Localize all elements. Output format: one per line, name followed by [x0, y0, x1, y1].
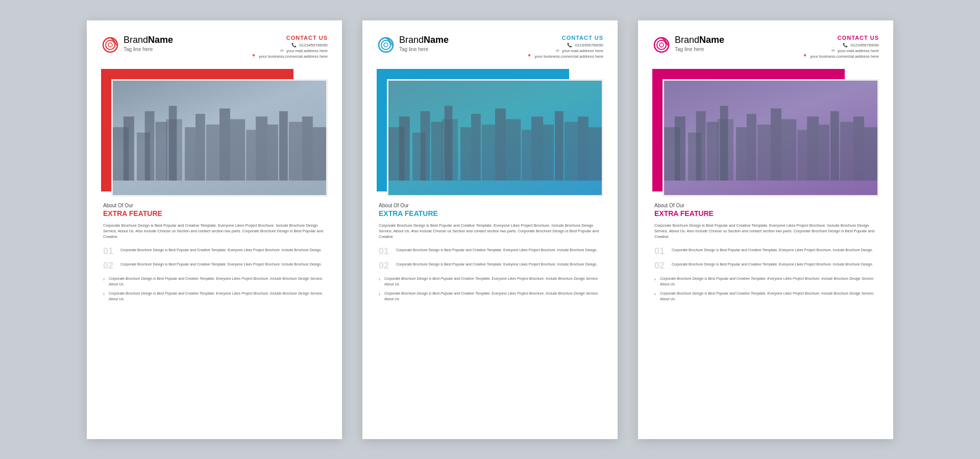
svg-rect-56 — [757, 124, 771, 180]
feature-text-2: Corporate Brochure Design is Best Popula… — [396, 261, 597, 268]
svg-point-24 — [384, 43, 388, 47]
city-image — [387, 79, 603, 197]
feature-item-1: 01 Corporate Brochure Design is Best Pop… — [379, 247, 601, 256]
chevron-icon-1: › — [379, 277, 380, 282]
feature-text-2: Corporate Brochure Design is Best Popula… — [120, 261, 322, 268]
feature-number-1: 01 — [103, 247, 115, 256]
section-label: About Of Our — [103, 203, 326, 208]
svg-rect-60 — [807, 116, 819, 180]
svg-rect-15 — [246, 130, 256, 180]
svg-rect-61 — [819, 124, 829, 180]
feature-number-2: 02 — [654, 261, 667, 270]
section-title: EXTRA FEATURE — [654, 209, 877, 218]
feature-text-1: Corporate Brochure Design is Best Popula… — [396, 247, 597, 253]
content-section: About Of Our EXTRA FEATURE Corporate Bro… — [377, 203, 603, 427]
contact-email: ✉ your.mail.address here — [802, 49, 879, 53]
bullet-item-1: › Corporate Brochure Design is Best Popu… — [103, 276, 326, 287]
bullet-item-2: › Corporate Brochure Design is Best Popu… — [379, 291, 601, 302]
bullet-text-1: Corporate Brochure Design is Best Popula… — [384, 276, 601, 287]
address-text: your business.comercial.address here — [259, 54, 328, 59]
section-title: EXTRA FEATURE — [103, 209, 326, 218]
bullet-list: › Corporate Brochure Design is Best Popu… — [654, 276, 877, 302]
svg-rect-16 — [256, 116, 267, 180]
feature-item-2: 02 Corporate Brochure Design is Best Pop… — [654, 261, 877, 270]
image-area — [101, 69, 328, 191]
svg-rect-62 — [830, 111, 839, 180]
section-title: EXTRA FEATURE — [379, 209, 601, 218]
svg-point-23 — [381, 40, 390, 50]
svg-rect-42 — [578, 116, 589, 180]
svg-rect-37 — [522, 130, 531, 180]
svg-rect-18 — [279, 111, 288, 180]
svg-rect-43 — [589, 127, 602, 181]
brand-text: BrandName Tag line here — [124, 35, 173, 52]
svg-rect-26 — [399, 116, 410, 180]
svg-rect-13 — [219, 108, 230, 180]
contact-phone: 📞 0123456789/90 — [802, 43, 879, 47]
svg-rect-14 — [230, 119, 245, 180]
svg-point-2 — [108, 43, 112, 47]
contact-phone: 📞 0123456789/90 — [527, 43, 603, 47]
svg-rect-58 — [781, 119, 796, 180]
svg-point-46 — [659, 43, 664, 47]
svg-rect-7 — [156, 122, 167, 180]
feature-text-1: Corporate Brochure Design is Best Popula… — [120, 247, 322, 253]
brand-name: BrandName — [124, 35, 173, 45]
svg-rect-48 — [675, 116, 685, 180]
svg-rect-9 — [166, 119, 182, 180]
phone-text: 0123456789/90 — [850, 43, 879, 47]
content-section: About Of Our EXTRA FEATURE Corporate Bro… — [652, 203, 879, 427]
email-icon: ✉ — [831, 49, 835, 53]
svg-rect-6 — [145, 111, 155, 180]
svg-rect-20 — [302, 116, 313, 180]
email-icon: ✉ — [280, 49, 284, 53]
svg-rect-35 — [495, 108, 506, 180]
contact-address: 📍 your business.comercial.address here — [527, 54, 603, 59]
svg-rect-29 — [431, 122, 443, 180]
location-icon: 📍 — [251, 54, 256, 59]
brand-name: BrandName — [675, 35, 724, 45]
contact-section: CONTACT US 📞 0123456789/90 ✉ your.mail.a… — [527, 35, 603, 60]
logo-icon — [101, 36, 119, 54]
contact-title: CONTACT US — [527, 35, 603, 41]
svg-rect-17 — [267, 124, 278, 180]
feature-list: 01 Corporate Brochure Design is Best Pop… — [654, 247, 877, 270]
svg-rect-63 — [840, 122, 853, 180]
contact-address: 📍 your business.comercial.address here — [251, 54, 328, 59]
contact-section: CONTACT US 📞 0123456789/90 ✉ your.mail.a… — [802, 35, 879, 60]
svg-rect-36 — [506, 119, 521, 180]
svg-rect-39 — [543, 124, 554, 180]
contact-title: CONTACT US — [802, 35, 879, 41]
contact-phone: 📞 0123456789/90 — [251, 43, 328, 47]
chevron-icon-1: › — [103, 277, 105, 282]
bullet-text-2: Corporate Brochure Design is Best Popula… — [384, 291, 601, 302]
svg-rect-32 — [460, 127, 471, 181]
svg-rect-41 — [565, 122, 578, 180]
bullet-list: › Corporate Brochure Design is Best Popu… — [379, 276, 601, 302]
chevron-icon-2: › — [379, 292, 380, 297]
brand-section: BrandName Tag line here — [101, 35, 173, 54]
contact-title: CONTACT US — [251, 35, 328, 41]
brochure-blue: BrandName Tag line here CONTACT US 📞 012… — [362, 20, 618, 439]
description-text: Corporate Brochure Design is Best Popula… — [379, 223, 601, 240]
feature-list: 01 Corporate Brochure Design is Best Pop… — [103, 247, 326, 270]
feature-number-1: 01 — [379, 247, 391, 256]
contact-email: ✉ your.mail.address here — [251, 49, 328, 53]
bullet-item-1: › Corporate Brochure Design is Best Popu… — [379, 276, 601, 287]
tagline: Tag line here — [675, 46, 724, 52]
bullet-item-2: › Corporate Brochure Design is Best Popu… — [103, 291, 326, 302]
feature-item-1: 01 Corporate Brochure Design is Best Pop… — [654, 247, 877, 256]
header: BrandName Tag line here CONTACT US 📞 012… — [652, 35, 879, 60]
address-text: your business.comercial.address here — [810, 54, 879, 59]
brochure-red: BrandName Tag line here CONTACT US 📞 012… — [87, 20, 342, 439]
feature-item-2: 02 Corporate Brochure Design is Best Pop… — [103, 261, 326, 270]
phone-text: 0123456789/90 — [299, 43, 328, 47]
description-text: Corporate Brochure Design is Best Popula… — [103, 223, 326, 240]
header: BrandName Tag line here CONTACT US 📞 012… — [101, 35, 328, 60]
brand-text: BrandName Tag line here — [675, 35, 724, 52]
chevron-icon-2: › — [103, 292, 105, 297]
bullet-list: › Corporate Brochure Design is Best Popu… — [103, 276, 326, 302]
svg-rect-57 — [771, 108, 781, 180]
email-icon: ✉ — [556, 49, 559, 53]
svg-rect-28 — [421, 111, 430, 180]
